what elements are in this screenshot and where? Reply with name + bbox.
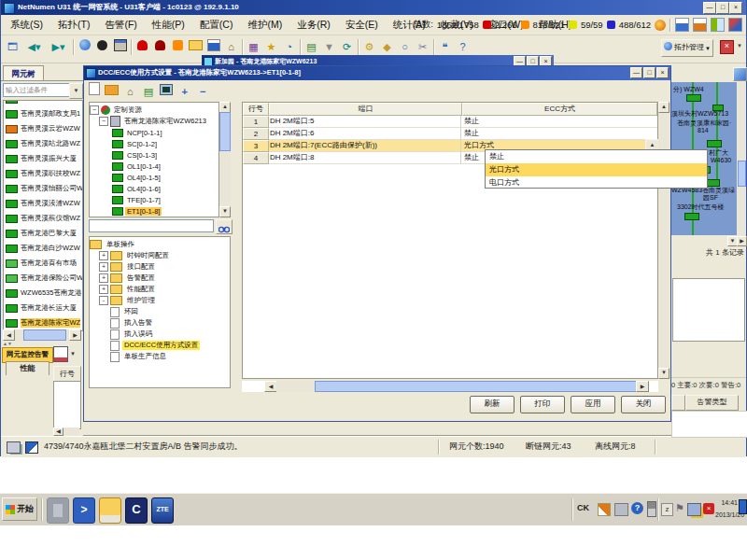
row-number-cell[interactable]: 1 (243, 116, 269, 128)
row-number-cell[interactable]: 2 (243, 128, 269, 140)
toolbar-alarm-box-icon[interactable] (170, 39, 186, 55)
ne-list-item[interactable]: 苍南灵溪振兴大厦 (4, 151, 82, 166)
toolbar-alarm-history-icon[interactable] (152, 39, 168, 55)
port-cell[interactable]: DH 2M端口:7(ECC路由保护(新)) (269, 140, 461, 152)
home-search-icon[interactable]: ⌂ (123, 84, 137, 100)
dialog-action-button[interactable]: 应用 (571, 396, 615, 413)
ne-list-hscrollbar[interactable]: ◀ ▶ (3, 329, 81, 341)
toolbar-table-icon[interactable]: ▤ (303, 39, 319, 55)
op-node[interactable]: + 告警配置 (90, 273, 230, 284)
ne-list-item[interactable] (4, 100, 82, 106)
ne-list-item[interactable]: 苍南龙港长运大厦 (4, 301, 82, 315)
quick-launch-console-icon[interactable]: C (125, 497, 148, 524)
toolbar-layout-icon[interactable]: ▦ (246, 39, 261, 55)
expand-icon[interactable]: + (99, 273, 108, 283)
minimize-button[interactable]: — (703, 2, 716, 14)
maximize-button[interactable]: □ (716, 2, 729, 14)
performance-tab[interactable]: 性能 (6, 361, 49, 375)
dialog-action-button[interactable]: 刷新 (470, 396, 514, 413)
collapse-icon[interactable]: − (99, 117, 108, 126)
board-node[interactable]: OL4[0-1-5] (90, 172, 218, 183)
menu-item[interactable]: 告警(F) (97, 15, 144, 34)
alarm-warning-count[interactable]: 488/612 (619, 20, 651, 30)
close-button[interactable]: × (729, 2, 742, 14)
header-row-number[interactable]: 行号 (243, 103, 269, 116)
op-node[interactable]: 插入误码 (90, 329, 230, 340)
tray-flag-icon[interactable]: ⚑ (675, 502, 684, 514)
port-cell[interactable]: DH 2M端口:5 (269, 116, 461, 128)
tray-clock[interactable]: 14:41 2013/1/20 (715, 497, 738, 523)
toolbar-alarm-critical-icon[interactable] (134, 39, 150, 55)
scroll-down-icon[interactable]: ▼ (658, 368, 669, 379)
quick-launch-folder-icon[interactable] (99, 497, 121, 524)
op-node[interactable]: + 性能配置 (90, 284, 230, 295)
ne-tree-tab[interactable]: 网元树 (3, 65, 44, 81)
tray-printer-icon[interactable] (614, 503, 628, 516)
menu-item[interactable]: 性能(P) (145, 15, 192, 34)
histogram-view-icon[interactable] (693, 18, 707, 32)
dialog-minimize-button[interactable]: — (630, 67, 642, 78)
table-vscrollbar[interactable]: ▲ ▼ (658, 102, 669, 379)
toolbar-record-icon[interactable] (94, 39, 110, 55)
ne-list-item[interactable]: 苍南龙港白沙WZW (4, 241, 82, 256)
expand-icon[interactable]: + (99, 251, 108, 260)
op-node[interactable]: DCC/ECC使用方式设置 (90, 340, 230, 351)
toolbar-overflow-icon[interactable]: ▼ (737, 43, 742, 49)
row-number-cell[interactable]: 4 (243, 152, 269, 164)
resource-tree-vscroll-thumb[interactable] (219, 112, 231, 151)
scroll-down-icon[interactable]: ▼ (219, 206, 231, 217)
ecc-mode-cell[interactable]: 禁止 (461, 116, 657, 128)
quick-launch-powershell-icon[interactable]: > (73, 497, 95, 524)
dialog-maximize-button[interactable]: □ (643, 67, 655, 78)
ne-list-item[interactable]: 苍南龙港陈家宅WZ (4, 315, 82, 330)
toolbar-lock-icon[interactable]: ◆ (379, 39, 395, 55)
board-search-input[interactable] (89, 219, 214, 232)
search-button[interactable] (216, 219, 233, 234)
scroll-right-icon[interactable]: ▶ (69, 329, 81, 341)
board-node[interactable]: ET1[0-1-8] (90, 205, 218, 217)
input-method-indicator[interactable]: CK (577, 503, 589, 512)
topology-manage-combo[interactable]: 拓扑管理 ▼ (661, 39, 713, 57)
chevron-down-icon[interactable]: ▼ (70, 351, 76, 357)
expand-icon[interactable]: - (99, 296, 108, 305)
menu-item[interactable]: 拓扑(T) (50, 15, 97, 34)
dropdown-option[interactable]: 光口方式 (486, 163, 707, 176)
alarm-minor-icon[interactable] (569, 21, 577, 29)
ne-list-item[interactable]: 苍南灵溪职技校WZ (4, 166, 82, 181)
map-vscrollbar[interactable] (738, 82, 746, 235)
board-node[interactable]: NCP[0-1-1] (90, 127, 218, 138)
menu-item[interactable]: 安全(E) (338, 15, 386, 34)
toolbar-forward-icon[interactable]: ▶▾ (48, 39, 69, 55)
alarm-major-icon[interactable] (521, 21, 529, 29)
panel-view-icon[interactable] (711, 18, 725, 32)
ne-list-hscroll-thumb[interactable] (23, 329, 66, 341)
expand-icon[interactable]: + (99, 262, 108, 272)
table-hscroll-thumb[interactable] (315, 381, 637, 392)
op-node[interactable]: + 时钟时间配置 (90, 250, 230, 261)
collapse-icon[interactable]: − (90, 105, 99, 115)
dialog-action-button[interactable]: 打印 (520, 396, 565, 413)
toolbar-help-icon[interactable]: ? (455, 39, 471, 55)
new-icon[interactable] (87, 82, 101, 98)
quick-launch-zte-icon[interactable]: ZTE (151, 497, 174, 524)
op-node[interactable]: 插入告警 (90, 317, 230, 329)
quick-launch-camera-icon[interactable] (47, 497, 69, 524)
op-tree-root[interactable]: 单板操作 (90, 239, 230, 250)
add-icon[interactable]: + (177, 84, 191, 100)
table-row[interactable]: 2 DH 2M端口:6 禁止 (243, 128, 657, 140)
board-node[interactable]: SC[0-1-2] (90, 138, 218, 149)
toolbar-cut-icon[interactable]: ✂ (415, 39, 430, 55)
port-cell[interactable]: DH 2M端口:8 (269, 152, 461, 164)
ne-filter-input[interactable] (3, 83, 71, 97)
scroll-left-icon[interactable]: ◀ (264, 381, 277, 392)
map-corner-right-icon[interactable]: ▶ (737, 236, 747, 246)
alarm-major-count[interactable]: 813/821 (533, 20, 565, 30)
ne-list-item[interactable]: 苍南龙港巴黎大厦 (4, 226, 82, 241)
menu-item[interactable]: 维护(M) (240, 15, 289, 34)
board-node[interactable]: TFE[0-1-7] (90, 194, 218, 205)
tray-pen-icon[interactable] (598, 503, 611, 516)
panel-splitter-icon[interactable]: ▲▼ (3, 341, 12, 346)
table-row[interactable]: 1 DH 2M端口:5 禁止 (243, 116, 657, 128)
toolbar-chat-icon[interactable]: ❝ (437, 39, 453, 55)
toolbar-filter-icon[interactable]: ▼ (321, 39, 337, 55)
